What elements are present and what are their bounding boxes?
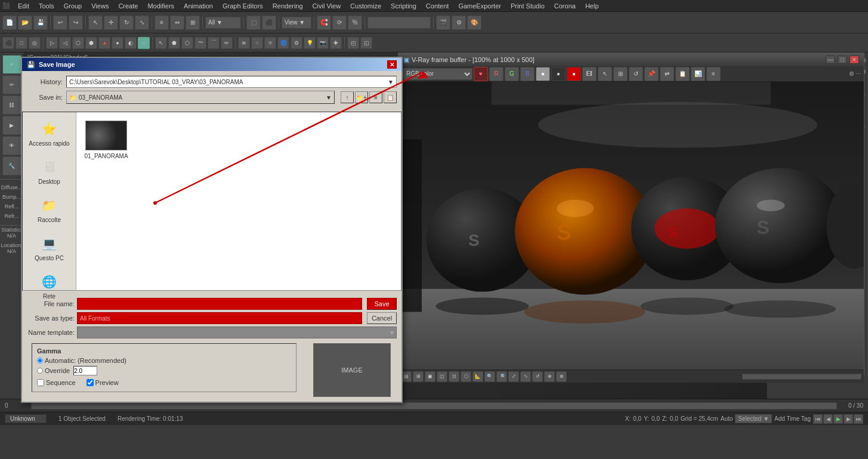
tb-filter-dropdown[interactable]: All ▼ [205, 17, 241, 29]
tb-scale[interactable]: ⤡ [135, 16, 149, 30]
tb2-more1[interactable]: ◰ [347, 37, 359, 49]
menu-create[interactable]: Create [113, 1, 143, 11]
vray-tb-reset[interactable]: ↺ [629, 67, 643, 81]
unknown-btn[interactable]: Unknown [5, 414, 47, 423]
cmd-motion[interactable]: ▶ [2, 116, 21, 135]
cmd-modify[interactable]: ✏ [2, 75, 21, 94]
tb2-cursor[interactable]: ↖ [155, 37, 167, 49]
cmd-display[interactable]: 👁 [2, 136, 21, 155]
tb-new[interactable]: 📄 [2, 16, 17, 30]
sidebar-rete[interactable]: 🌐 Rete [38, 270, 61, 302]
menu-group[interactable]: Group [59, 1, 87, 11]
vray-maximize-btn[interactable]: □ [838, 56, 847, 64]
sidebar-raccolte[interactable]: 📁 Raccolte [35, 193, 63, 226]
menu-help[interactable]: Help [580, 1, 604, 11]
vray-tb-r[interactable]: R [489, 67, 503, 81]
menu-print-studio[interactable]: Print Studio [506, 1, 549, 11]
vray-tb-grid[interactable]: ⊞ [613, 67, 628, 81]
tb2-btn4[interactable]: ▷ [46, 37, 58, 49]
tb2-btn8[interactable]: 🔺 [98, 37, 110, 49]
tb-view-dropdown[interactable]: View ▼ [282, 17, 311, 29]
cancel-btn[interactable]: Cancel [367, 312, 397, 324]
tb2-camera[interactable]: 📷 [317, 37, 329, 49]
vray-tb-heart[interactable]: ♥ [474, 67, 488, 81]
vray-close-btn[interactable]: ✕ [850, 56, 859, 64]
name-template-input[interactable]: ▼ [77, 326, 397, 338]
tb-render[interactable]: 🎬 [436, 16, 450, 30]
vray-tb-settings[interactable]: ⚙ [849, 70, 854, 77]
vray-bottom-4[interactable]: ◫ [437, 371, 447, 382]
menu-corona[interactable]: Corona [549, 1, 580, 11]
history-dropdown[interactable]: C:\Users\Sarevok\Desktop\TUTORIAL 03_VRA… [66, 76, 397, 88]
tb2-btn2[interactable]: □ [16, 37, 27, 49]
prev-frame-btn[interactable]: ◀ [823, 414, 833, 424]
vray-channel-dropdown[interactable]: RGB color [401, 68, 472, 80]
vray-tb-extra[interactable]: ⋯ [855, 70, 861, 77]
play-btn[interactable]: ▶ [833, 414, 843, 424]
play-start-btn[interactable]: ⏮ [813, 414, 823, 424]
tb2-reactor[interactable]: ⚛ [264, 37, 276, 49]
tb-search-field[interactable] [367, 17, 431, 29]
vray-bottom-13[interactable]: ⊕ [544, 371, 555, 382]
sidebar-desktop[interactable]: 🖥 Desktop [36, 155, 63, 187]
selected-dropdown[interactable]: Selected ▼ [735, 414, 772, 423]
vray-bottom-12[interactable]: ↺ [532, 371, 543, 382]
vray-bottom-14[interactable]: ⊗ [556, 371, 567, 382]
tb2-system[interactable]: ⚙ [291, 37, 302, 49]
menu-content[interactable]: Content [421, 1, 454, 11]
menu-rendering[interactable]: Rendering [268, 1, 308, 11]
view-details-btn[interactable]: 📋 [384, 91, 397, 103]
view-list-btn[interactable]: ≡ [369, 91, 382, 103]
vray-bottom-11[interactable]: ⤡ [520, 371, 531, 382]
tb2-poly[interactable]: ⬟ [168, 37, 180, 49]
vray-tb-compare[interactable]: ⇄ [660, 67, 674, 81]
tb-rotate[interactable]: ↻ [119, 16, 134, 30]
tb-move[interactable]: ✛ [104, 16, 118, 30]
tb-render-settings[interactable]: ⚙ [452, 16, 466, 30]
tb-window-crossing[interactable]: ⬛ [262, 16, 276, 30]
nav-up-btn[interactable]: ↑ [341, 91, 354, 103]
tb2-btn1[interactable]: ⬛ [2, 37, 14, 49]
cmd-create[interactable]: + [2, 55, 21, 74]
vray-tb-film[interactable]: 🎞 [582, 67, 597, 81]
tb2-particles[interactable]: ⁘ [251, 37, 263, 49]
tb2-helper[interactable]: ✚ [330, 37, 342, 49]
preview-checkbox[interactable] [87, 379, 94, 386]
tb-snap-angle[interactable]: ⟳ [332, 16, 347, 30]
gamma-automatic-radio[interactable] [37, 358, 43, 363]
tb2-btn6[interactable]: ⬡ [72, 37, 84, 49]
tb-redo[interactable]: ↪ [69, 16, 83, 30]
tb2-spline[interactable]: 〜 [194, 37, 206, 49]
tb-snap-percent[interactable]: % [348, 16, 362, 30]
tb2-more2[interactable]: ◱ [360, 37, 372, 49]
menu-edit[interactable]: Edit [13, 1, 34, 11]
menu-gameexporter[interactable]: GameExporter [453, 1, 506, 11]
file-item-panorama[interactable]: 01_PANORAMA [82, 118, 130, 162]
vray-bottom-3[interactable]: ▣ [425, 371, 435, 382]
tb2-hair[interactable]: ≋ [238, 37, 250, 49]
tb2-btn9[interactable]: ● [112, 37, 123, 49]
save-as-dropdown[interactable]: All Formats [77, 312, 362, 324]
vray-bottom-10[interactable]: ⤢ [508, 371, 519, 382]
tb-select[interactable]: ↖ [88, 16, 103, 30]
sidebar-questo-pc[interactable]: 💻 Questo PC [32, 232, 66, 264]
sidebar-accesso-rapido[interactable]: ⭐ Accesso rapido [26, 117, 72, 149]
vray-tb-white[interactable]: ● [536, 67, 550, 81]
menu-modifiers[interactable]: Modifiers [143, 1, 179, 11]
tb2-deform[interactable]: ⌒ [208, 37, 220, 49]
vray-tb-b[interactable]: B [520, 67, 535, 81]
filename-input[interactable] [77, 298, 362, 310]
tb-mirror[interactable]: ⇔ [170, 16, 184, 30]
tb-layer[interactable]: ≡ [155, 16, 169, 30]
vray-tb-copy[interactable]: 📋 [675, 67, 690, 81]
menu-views[interactable]: Views [87, 1, 113, 11]
tb-snap[interactable]: 🧲 [317, 16, 331, 30]
tb2-btn5[interactable]: ◁ [59, 37, 71, 49]
vray-tb-red-dot[interactable]: ● [567, 67, 581, 81]
tb2-btn7[interactable]: ⬢ [85, 37, 97, 49]
vray-tb-hist[interactable]: 📊 [691, 67, 705, 81]
vray-bottom-2[interactable]: ⊞ [413, 371, 424, 382]
vray-bottom-9[interactable]: 🔎 [496, 371, 507, 382]
cmd-utilities[interactable]: 🔧 [2, 156, 21, 175]
tb2-spacewarp[interactable]: 🌀 [277, 37, 289, 49]
